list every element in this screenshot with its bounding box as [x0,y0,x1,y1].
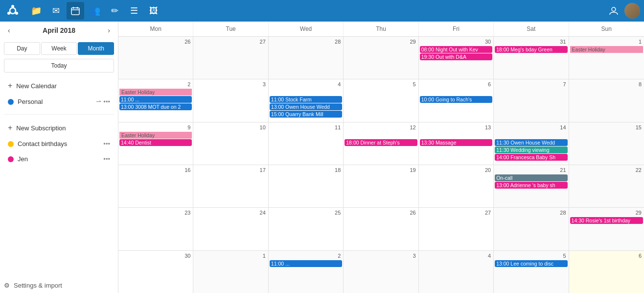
event[interactable]: 11:00 ... [119,96,192,103]
notes-icon[interactable]: ✏ [106,2,123,20]
main-layout: ‹ April 2018 › Day Week Month Today + Ne… [0,22,644,293]
share-icon[interactable]: ⇀ [96,98,101,105]
week-row-5: 23 24 25 26 27 28 29 1 [118,208,644,250]
day-cell-mon-w5[interactable]: 23 [118,208,193,250]
event[interactable]: 10:00 Going to Rach's [420,96,492,103]
day-cell-mon-w3[interactable]: 9 Easter Holiday 14:40 Dentist [118,122,193,165]
day-cell-mon-w6[interactable]: 30 [118,251,193,293]
day-cell-wed-w6[interactable]: 2 11:00 ... [269,251,344,293]
day-cell-mon-w4[interactable]: 16 [118,165,193,207]
event[interactable]: 13:00 Lee coming to disc [495,260,567,267]
event[interactable]: 11:00 ... [270,260,342,267]
app-logo[interactable] [4,2,22,20]
jen-more-icon[interactable]: ••• [103,155,110,163]
day-cell-wed-w5[interactable]: 25 [269,208,344,250]
day-cell-sat-w4[interactable]: 21 On-call 13:00 Adrienne 's baby sh [494,165,569,207]
day-cell-tue-w4[interactable]: 17 [193,165,268,207]
day-cell-thu-w2[interactable]: 5 Easter Holiday [344,79,418,122]
day-cell[interactable]: 27 [193,37,268,79]
mail-icon[interactable]: ✉ [47,2,65,20]
day-cell-wed-w2[interactable]: 4 Easter Holiday 11:00 Stock Farm 13:00 … [269,79,344,122]
jen-calendar-actions: ••• [103,155,110,163]
day-cell-fri-w1[interactable]: 30 08:00 Night Out with Kev 19:30 Out wi… [419,37,494,79]
personal-calendar-item[interactable]: Personal ⇀ ••• [4,94,114,109]
day-cell-mon-w2[interactable]: 2 Easter Holiday 11:00 ... 13:00 3008 MO… [118,79,193,122]
avatar[interactable] [624,3,640,19]
event[interactable]: 11:30 Wedding viewing [495,146,567,153]
day-cell-fri-w2[interactable]: 6 Easter Holiday 10:00 Going to Rach's [419,79,494,122]
event[interactable]: 14:40 Dentist [119,139,192,146]
day-cell-wed-w4[interactable]: 18 [269,165,344,207]
day-cell-tue-w3[interactable]: 10 Easter Holiday [193,122,268,165]
sidebar: ‹ April 2018 › Day Week Month Today + Ne… [0,22,118,293]
day-cell-fri-w4[interactable]: 20 [419,165,494,207]
event[interactable]: 13:30 Massage [420,139,492,146]
calendar-icon[interactable] [67,2,84,20]
day-cell-tue-w6[interactable]: 1 [193,251,268,293]
day-cell-sat-w3[interactable]: 14 Easter Holiday 11:30 Owen House Wedd … [494,122,569,165]
day-cell-sun-w6[interactable]: 6 [569,251,644,293]
day-cell-tue-w2[interactable]: 3 Easter Holiday [193,79,268,122]
day-cell-thu-w6[interactable]: 3 [344,251,418,293]
day-cell-sun-w5[interactable]: 29 14:30 Rosie's 1st birthday [569,208,644,250]
event[interactable]: 13:00 Adrienne 's baby sh [495,182,567,189]
today-button[interactable]: Today [4,59,114,73]
month-view-button[interactable]: Month [78,42,114,55]
day-cell-sat-w6[interactable]: 5 13:00 Lee coming to disc [494,251,569,293]
account-icon[interactable] [605,2,622,20]
event[interactable]: 13:00 3008 MOT due on 2 [119,103,192,110]
contacts-icon[interactable]: 👥 [86,2,104,20]
new-calendar-item[interactable]: + New Calendar [4,77,114,94]
day-cell-thu-w5[interactable]: 26 [344,208,418,250]
day-cell-thu-w4[interactable]: 19 [344,165,418,207]
day-cell[interactable]: 26 [118,37,193,79]
more-icon[interactable]: ••• [103,98,110,105]
day-cell-sun-w4[interactable]: 22 [569,165,644,207]
event[interactable]: 18:00 Meg's bday Green [495,46,567,53]
event[interactable]: 11:30 Owen House Wedd [495,139,567,146]
new-subscription-item[interactable]: + New Subscription [4,120,114,136]
day-view-button[interactable]: Day [4,42,40,55]
event[interactable]: 14:00 Francesca Baby Sh [495,154,567,161]
event[interactable]: 18:00 Dinner at Steph's [345,139,417,146]
event[interactable]: 08:00 Night Out with Kev [420,46,492,53]
week-view-button[interactable]: Week [41,42,77,55]
prev-month-button[interactable]: ‹ [5,25,13,35]
event[interactable]: On-call [495,174,567,181]
birthdays-more-icon[interactable]: ••• [103,140,110,147]
event[interactable]: 11:00 Stock Farm [270,96,342,103]
next-month-button[interactable]: › [105,25,113,35]
day-cell-fri-w3[interactable]: 13 Easter Holiday 13:30 Massage [419,122,494,165]
photos-icon[interactable]: 🖼 [145,2,162,20]
day-cell-fri-w5[interactable]: 27 [419,208,494,250]
day-cell-thu-w3[interactable]: 12 Easter Holiday 18:00 Dinner at Steph'… [344,122,418,165]
day-cell-sun-w1[interactable]: 1 Easter Holiday [569,37,644,79]
svg-point-2 [15,12,18,15]
day-cell-sun-w3[interactable]: 15 Easter Holiday [569,122,644,165]
day-cell-sat-w2[interactable]: 7 Easter Holiday [494,79,569,122]
birthdays-actions: ••• [103,140,110,147]
header-thu: Thu [344,22,418,36]
event[interactable]: 15:00 Quarry Bank Mill [270,111,342,118]
week-row-3: 9 Easter Holiday 14:40 Dentist 10 Easter… [118,122,644,165]
files-icon[interactable]: 📁 [27,2,45,20]
event[interactable]: 14:30 Rosie's 1st birthday [570,217,643,224]
day-cell[interactable]: 28 [269,37,344,79]
svg-point-1 [11,5,14,8]
day-cell-wed-w3[interactable]: 11 Easter Holiday [269,122,344,165]
calendar-main: Mon Tue Wed Thu Fri Sat Sun 26 27 28 [118,22,644,293]
day-cell-tue-w5[interactable]: 24 [193,208,268,250]
tasks-icon[interactable]: ☰ [125,2,143,20]
event[interactable]: 19:30 Out with D&A [420,53,492,60]
day-cell-sun-w2[interactable]: 8 Easter Holiday [569,79,644,122]
easter-holiday-bar[interactable]: Easter Holiday [570,46,643,53]
day-cell-fri-w6[interactable]: 4 [419,251,494,293]
day-cell-sat-w5[interactable]: 28 [494,208,569,250]
calendars-section: + New Calendar Personal ⇀ ••• [0,74,118,112]
event[interactable]: 13:00 Owen House Wedd [270,103,342,110]
day-cell[interactable]: 29 [344,37,418,79]
jen-calendar-item[interactable]: Jen ••• [4,151,114,167]
day-cell-sat-w1[interactable]: 31 18:00 Meg's bday Green [494,37,569,79]
contact-birthdays-item[interactable]: Contact birthdays ••• [4,136,114,151]
settings-item[interactable]: ⚙ Settings & import [0,278,118,293]
